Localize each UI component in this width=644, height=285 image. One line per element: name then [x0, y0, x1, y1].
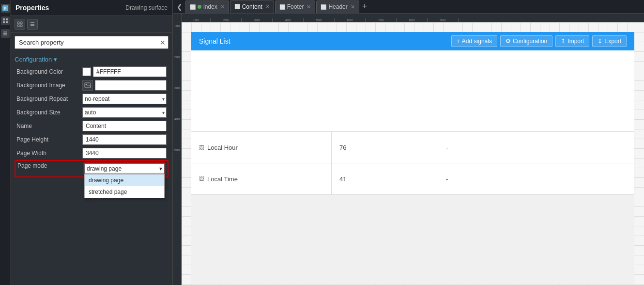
- background-size-select[interactable]: auto cover contain: [82, 107, 167, 118]
- config-header[interactable]: Configuration ▾: [15, 54, 169, 65]
- table-view-icon[interactable]: [15, 19, 25, 30]
- canvas-inner[interactable]: Signal List + Add signals ⚙ Configuratio…: [182, 22, 644, 285]
- search-box: ✕: [15, 36, 169, 49]
- background-repeat-label: Background Repeat: [16, 95, 79, 102]
- page-width-label: Page Width: [16, 150, 79, 157]
- tab-index[interactable]: ⬜ index ✕: [185, 0, 229, 13]
- name-label: Name: [16, 123, 79, 129]
- svg-rect-2: [3, 18, 5, 20]
- sidebar-icon-2[interactable]: [1, 29, 10, 38]
- svg-rect-4: [3, 21, 5, 23]
- page-mode-option-drawing[interactable]: drawing page: [85, 174, 164, 186]
- background-color-input[interactable]: [93, 66, 167, 77]
- svg-text:P: P: [4, 6, 6, 11]
- search-clear-icon[interactable]: ✕: [160, 39, 166, 47]
- tab-content[interactable]: ⬜ Content ✕: [230, 0, 274, 13]
- properties-header: Properties Drawing surface: [11, 0, 172, 16]
- row-name-cell: 🖼 Local Hour: [191, 132, 332, 163]
- drawing-surface-label: Drawing surface: [125, 4, 168, 11]
- canvas-page: Signal List + Add signals ⚙ Configuratio…: [191, 32, 634, 284]
- page-mode-dropdown: drawing page stretched page: [84, 174, 165, 198]
- tab-header-label: Header: [328, 3, 347, 10]
- background-repeat-row: Background Repeat no-repeat repeat repea…: [15, 92, 169, 106]
- background-image-label: Background Image: [16, 82, 79, 89]
- image-picker-icon[interactable]: [82, 80, 93, 91]
- page-width-input[interactable]: [82, 148, 167, 158]
- row-extra-cell: -: [438, 132, 634, 163]
- search-input[interactable]: [15, 36, 169, 49]
- background-color-label: Background Color: [16, 68, 79, 75]
- sidebar-icons-row: [11, 16, 172, 33]
- signal-row-icon-2: 🖼: [199, 176, 204, 182]
- tab-header[interactable]: ⬜ Header ✕: [316, 0, 359, 13]
- background-repeat-select-wrapper: no-repeat repeat repeat-x repeat-y ▾: [82, 94, 167, 104]
- page-mode-option-stretched[interactable]: stretched page: [85, 186, 164, 198]
- config-chevron-icon: ▾: [54, 56, 57, 63]
- tab-footer-close-icon[interactable]: ✕: [307, 4, 311, 10]
- tab-add-icon[interactable]: +: [360, 1, 369, 12]
- sidebar-icon-1[interactable]: [1, 16, 10, 25]
- add-icon: +: [457, 38, 460, 45]
- background-image-input[interactable]: [95, 80, 167, 91]
- empty-area-top: [191, 50, 634, 132]
- tab-content-close-icon[interactable]: ✕: [265, 3, 270, 10]
- background-size-row: Background Size auto cover contain ▾: [15, 106, 169, 119]
- page-height-input[interactable]: [82, 134, 167, 145]
- row-value-cell-2: 41: [332, 163, 438, 194]
- add-signals-button[interactable]: + Add signals: [451, 35, 497, 47]
- background-size-label: Background Size: [16, 109, 79, 116]
- add-signals-label: Add signals: [462, 38, 492, 45]
- page-mode-select-wrapper: drawing page ▾ drawing page stretched pa…: [83, 162, 166, 175]
- import-icon: ↥: [561, 38, 566, 45]
- page-height-row: Page Height: [15, 133, 169, 146]
- background-size-select-wrapper: auto cover contain ▾: [82, 107, 167, 118]
- page-mode-selected: drawing page: [87, 165, 122, 172]
- row-value-1: 76: [339, 144, 346, 151]
- color-swatch[interactable]: [82, 67, 91, 76]
- config-section: Configuration ▾ Background Color Backgro…: [11, 52, 172, 179]
- svg-rect-11: [17, 25, 19, 27]
- tab-content-label: Content: [242, 3, 262, 10]
- export-icon: ↧: [598, 38, 602, 45]
- configuration-button[interactable]: ⚙ Configuration: [500, 35, 552, 47]
- table-row: 🖼 Local Hour 76 -: [191, 132, 634, 163]
- tab-footer-icon: ⬜: [279, 4, 285, 10]
- page-height-label: Page Height: [16, 136, 79, 143]
- page-mode-row: Page mode drawing page ▾ drawing page st…: [15, 160, 169, 177]
- svg-rect-9: [17, 22, 19, 24]
- name-input[interactable]: [82, 121, 167, 131]
- list-view-icon[interactable]: [27, 19, 38, 30]
- import-button[interactable]: ↥ Import: [555, 35, 589, 47]
- page-mode-trigger[interactable]: drawing page ▾: [84, 163, 165, 174]
- top-ruler: 100 200 300 400 500 600 700 800 900: [182, 14, 644, 22]
- left-ruler: 100 200 300 400 500: [173, 14, 182, 285]
- row-name-2: Local Time: [207, 175, 238, 183]
- name-row: Name: [15, 119, 169, 133]
- svg-rect-16: [85, 83, 91, 88]
- tab-header-close-icon[interactable]: ✕: [351, 4, 355, 10]
- background-size-value: auto cover contain ▾: [82, 107, 167, 118]
- background-color-row: Background Color: [15, 65, 169, 79]
- background-repeat-value: no-repeat repeat repeat-x repeat-y ▾: [82, 94, 167, 104]
- page-mode-label: Page mode: [17, 162, 80, 169]
- page-width-value: [82, 148, 167, 158]
- svg-rect-10: [20, 22, 22, 24]
- export-button[interactable]: ↧ Export: [592, 35, 627, 47]
- import-label: Import: [567, 38, 584, 45]
- background-repeat-select[interactable]: no-repeat repeat repeat-x repeat-y: [82, 94, 167, 104]
- tab-index-icon: ⬜: [190, 4, 196, 10]
- tab-index-close-icon[interactable]: ✕: [220, 4, 225, 10]
- tab-scroll-left-icon[interactable]: ❮: [175, 3, 184, 11]
- row-extra-cell-2: -: [438, 163, 634, 194]
- app-logo-icon[interactable]: P: [1, 4, 10, 13]
- config-label: Configuration: [15, 56, 52, 63]
- tab-footer[interactable]: ⬜ Footer ✕: [275, 0, 316, 13]
- tab-header-icon: ⬜: [321, 4, 326, 10]
- canvas-scroll: 100 200 300 400 500 600 700 800 900 Sign…: [182, 14, 644, 285]
- page-width-row: Page Width: [15, 146, 169, 160]
- row-extra-2: -: [446, 175, 448, 183]
- svg-rect-5: [6, 21, 8, 23]
- tab-index-label: index: [203, 3, 217, 10]
- svg-point-17: [86, 84, 87, 85]
- page-mode-arrow-icon: ▾: [159, 165, 162, 172]
